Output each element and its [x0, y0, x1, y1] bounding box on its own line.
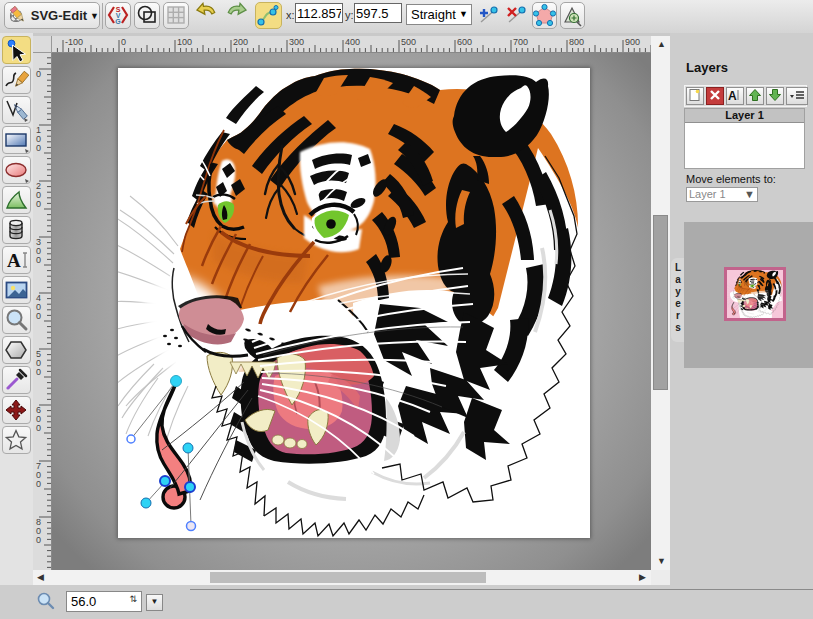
- svg-text:0: 0: [36, 479, 41, 489]
- svg-text:0: 0: [36, 535, 41, 545]
- svg-text:0: 0: [121, 37, 126, 47]
- svg-text:A: A: [728, 89, 737, 103]
- svg-text:600: 600: [457, 37, 472, 47]
- svg-text:400: 400: [345, 37, 360, 47]
- svg-text:0: 0: [36, 255, 41, 265]
- svg-text:A: A: [7, 250, 21, 271]
- svg-text:0: 0: [36, 69, 41, 79]
- svg-text:100: 100: [177, 37, 192, 47]
- svg-text:700: 700: [513, 37, 528, 47]
- svg-text:G: G: [115, 18, 121, 25]
- svg-text:900: 900: [625, 37, 640, 47]
- svg-text:0: 0: [36, 199, 41, 209]
- svg-text:-100: -100: [65, 37, 83, 47]
- svg-text:0: 0: [36, 423, 41, 433]
- svg-text:200: 200: [233, 37, 248, 47]
- svg-text:0: 0: [36, 311, 41, 321]
- svg-text:0: 0: [36, 367, 41, 377]
- svg-text:500: 500: [401, 37, 416, 47]
- svg-text:0: 0: [36, 143, 41, 153]
- svg-text:300: 300: [289, 37, 304, 47]
- svg-text:800: 800: [569, 37, 584, 47]
